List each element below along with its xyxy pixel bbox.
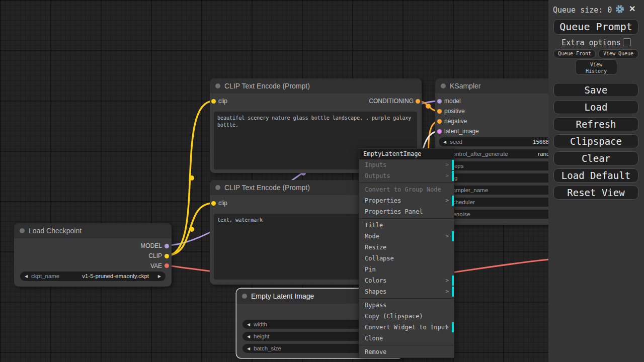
collapse-dot-icon[interactable] [242, 294, 247, 299]
widget-name: ckpt_name [31, 272, 59, 281]
menu-item-convert-to-group-node: Convert to Group Node [359, 184, 454, 195]
prev-value-arrow-icon[interactable]: ◀ [247, 332, 250, 341]
settings-gear-icon[interactable] [615, 5, 624, 14]
output-socket-clip[interactable] [165, 254, 169, 258]
next-value-arrow-icon[interactable]: ▶ [158, 272, 161, 281]
node-load-checkpoint[interactable]: Load Checkpoint MODEL CLIP VAE ◀ ckpt_na… [14, 223, 172, 287]
reset-view-button[interactable]: Reset View [553, 186, 638, 200]
submenu-marker [452, 276, 454, 286]
input-label: positive [444, 108, 465, 115]
input-socket-clip[interactable] [211, 99, 216, 104]
queue-size-label: Queue size: 0 [553, 6, 612, 15]
collapse-dot-icon[interactable] [20, 228, 25, 233]
widget-value: v1-5-pruned-emaonly.ckpt [82, 272, 149, 281]
node-title: KSampler [450, 82, 480, 90]
input-socket-latent-image[interactable] [437, 129, 442, 134]
node-title-bar[interactable]: CLIP Text Encode (Prompt) [210, 78, 422, 94]
main-menu-panel: Queue size: 0 ✕ Queue Prompt Extra optio… [548, 0, 644, 362]
submenu-arrow-icon: > [445, 275, 449, 286]
extra-options-row: Extra options [548, 38, 644, 47]
collapse-dot-icon[interactable] [441, 83, 446, 88]
input-label: clip [218, 200, 227, 207]
node-title: CLIP Text Encode (Prompt) [224, 82, 310, 90]
menu-item-shapes[interactable]: Shapes> [359, 286, 454, 297]
widget-name: sampler_name [450, 186, 488, 195]
node-title: Empty Latent Image [251, 292, 314, 300]
menu-item-bypass[interactable]: Bypass [359, 300, 454, 311]
input-label: negative [444, 118, 467, 125]
prev-value-arrow-icon[interactable]: ◀ [443, 137, 446, 147]
node-title: Load Checkpoint [29, 227, 82, 235]
widget-ckpt-name[interactable]: ◀ ckpt_name v1-5-pruned-emaonly.ckpt ▶ [20, 272, 166, 281]
input-socket-clip[interactable] [211, 201, 216, 206]
collapse-dot-icon[interactable] [215, 83, 220, 88]
save-button[interactable]: Save [553, 83, 638, 97]
view-queue-button[interactable]: View Queue [598, 49, 638, 58]
menu-item-clone[interactable]: Clone [359, 333, 454, 344]
submenu-arrow-icon: > [445, 286, 449, 297]
menu-item-title[interactable]: Title [359, 220, 454, 231]
menu-item-colors[interactable]: Colors> [359, 275, 454, 286]
view-history-button[interactable]: View History [575, 59, 617, 75]
view-history-line1: View [576, 61, 617, 68]
node-title-bar[interactable]: Load Checkpoint [14, 223, 172, 238]
submenu-arrow-icon: > [445, 170, 449, 182]
menu-item-copy-clipspace[interactable]: Copy (Clipspace) [359, 311, 454, 322]
output-label-model: MODEL [140, 242, 162, 249]
input-socket-positive[interactable] [437, 109, 442, 114]
menu-item-mode[interactable]: Mode> [359, 231, 454, 242]
prev-value-arrow-icon[interactable]: ◀ [25, 272, 28, 281]
menu-item-properties[interactable]: Properties> [359, 195, 454, 206]
output-label-vae: VAE [150, 262, 162, 269]
collapse-dot-icon[interactable] [215, 185, 220, 190]
menu-item-pin[interactable]: Pin [359, 264, 454, 275]
widget-name: control_after_generate [450, 149, 508, 159]
menu-item-properties-panel[interactable]: Properties Panel [359, 206, 454, 217]
submenu-arrow-icon: > [445, 195, 449, 206]
submenu-marker [452, 196, 454, 206]
output-socket-vae[interactable] [165, 263, 169, 268]
submenu-arrow-icon: > [445, 159, 449, 170]
prev-value-arrow-icon[interactable]: ◀ [247, 320, 250, 329]
output-socket-model[interactable] [165, 244, 169, 248]
prev-value-arrow-icon[interactable]: ◀ [247, 344, 250, 353]
menu-item-convert-widget-to-input[interactable]: Convert Widget to Input> [359, 322, 454, 333]
widget-name: seed [450, 137, 462, 147]
submenu-arrow-icon: > [445, 322, 449, 333]
input-socket-negative[interactable] [437, 119, 442, 124]
output-label: CONDITIONING [369, 98, 414, 105]
submenu-marker [452, 322, 454, 332]
view-history-line2: History [576, 68, 617, 74]
node-title: CLIP Text Encode (Prompt) [224, 184, 310, 192]
close-icon[interactable]: ✕ [629, 4, 635, 14]
menu-item-resize[interactable]: Resize [359, 242, 454, 253]
widget-name: width [254, 320, 267, 329]
input-label: clip [218, 98, 227, 105]
menu-item-inputs: Inputs> [359, 159, 454, 170]
output-label-clip: CLIP [148, 252, 162, 259]
widget-name: height [254, 332, 269, 341]
input-socket-model[interactable] [437, 99, 442, 104]
menu-item-remove[interactable]: Remove [359, 346, 454, 357]
load-button[interactable]: Load [553, 100, 638, 114]
input-label: model [444, 98, 461, 105]
submenu-marker [452, 171, 454, 181]
queue-front-button[interactable]: Queue Front [553, 49, 596, 58]
submenu-marker [452, 160, 454, 170]
submenu-arrow-icon: > [445, 231, 449, 242]
context-menu-title: EmptyLatentImage [359, 149, 454, 159]
app-window: CLIP Text Encode (Prompt) clip CONDITION… [0, 0, 644, 362]
clipspace-button[interactable]: Clipspace [553, 134, 638, 148]
load-default-button[interactable]: Load Default [553, 168, 638, 183]
submenu-marker [452, 231, 454, 241]
submenu-marker [452, 287, 454, 297]
extra-options-checkbox[interactable] [623, 38, 631, 46]
output-socket-conditioning[interactable] [416, 99, 420, 104]
node-context-menu: EmptyLatentImage Inputs> Outputs> Conver… [359, 148, 454, 358]
menu-item-outputs: Outputs> [359, 170, 454, 182]
widget-name: batch_size [254, 344, 281, 353]
menu-item-collapse[interactable]: Collapse [359, 253, 454, 264]
refresh-button[interactable]: Refresh [553, 117, 638, 131]
clear-button[interactable]: Clear [553, 151, 638, 165]
queue-prompt-button[interactable]: Queue Prompt [553, 19, 638, 35]
